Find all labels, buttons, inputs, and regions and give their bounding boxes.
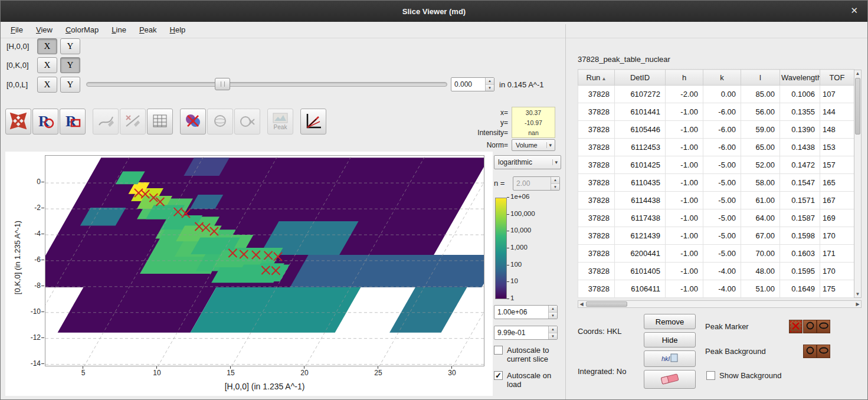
table-cell[interactable]: -1.00	[666, 263, 703, 280]
scroll-up-icon[interactable]: ▲	[854, 70, 861, 77]
table-cell[interactable]: 0.1571	[780, 192, 820, 209]
table-cell[interactable]: 0.1649	[780, 280, 820, 298]
table-cell[interactable]: 6121439	[615, 227, 666, 245]
table-cell[interactable]: 6112453	[615, 139, 666, 156]
show-background-checkbox[interactable]: Show Background	[706, 371, 782, 380]
table-cell[interactable]: 64.00	[741, 209, 780, 227]
table-cell[interactable]: 37828	[578, 209, 615, 227]
menu-file[interactable]: File	[5, 22, 31, 37]
slice-slider-handle[interactable]	[215, 78, 230, 90]
table-cell[interactable]: -1.00	[666, 209, 703, 227]
table-cell[interactable]: -1.00	[666, 103, 703, 121]
slice-value[interactable]: 0.000	[451, 78, 485, 91]
table-cell[interactable]: 6105446	[615, 121, 666, 139]
table-cell[interactable]: 153	[820, 139, 854, 156]
table-row[interactable]: 378286101441-1.00-6.0056.000.1355144	[578, 103, 854, 121]
table-cell[interactable]: -6.00	[703, 121, 741, 139]
slice-value-spinbox[interactable]: 0.000 ▲▼	[451, 77, 494, 91]
slice-spin-arrows[interactable]: ▲▼	[485, 78, 494, 91]
table-cell[interactable]: 0.1390	[780, 121, 820, 139]
spin-down-icon[interactable]: ▼	[486, 85, 494, 91]
column-header-tof[interactable]: TOF	[820, 70, 854, 86]
scroll-left-icon[interactable]: ◀	[578, 301, 585, 307]
menu-line[interactable]: Line	[106, 22, 134, 37]
table-vertical-scrollbar[interactable]: ▲ ▼	[854, 70, 862, 298]
clear-peaks-button[interactable]	[644, 370, 696, 389]
table-cell[interactable]: 144	[820, 103, 854, 121]
table-cell[interactable]: 37828	[578, 139, 615, 156]
colorbar-gradient[interactable]	[495, 198, 507, 299]
table-cell[interactable]: 6107272	[615, 86, 666, 103]
table-cell[interactable]: 107	[820, 86, 854, 103]
table-cell[interactable]: 59.00	[741, 121, 780, 139]
table-cell[interactable]: 0.1598	[780, 227, 820, 245]
colorbar-max-value[interactable]: 1.00e+06	[494, 306, 548, 319]
slice-slider-groove[interactable]	[86, 82, 447, 87]
table-cell[interactable]: 0.1595	[780, 263, 820, 280]
table-row[interactable]: 378286121439-1.00-5.0067.000.1598170	[578, 227, 854, 245]
table-cell[interactable]: -1.00	[666, 227, 703, 245]
max-spin-arrows[interactable]: ▲▼	[548, 306, 557, 319]
scroll-down-icon[interactable]: ▼	[854, 291, 861, 297]
table-cell[interactable]: 37828	[578, 103, 615, 121]
column-header-h[interactable]: h	[666, 70, 703, 86]
close-icon[interactable]: ✕	[850, 6, 858, 15]
table-cell[interactable]: 0.1355	[780, 103, 820, 121]
table-cell[interactable]: 56.00	[741, 103, 780, 121]
table-cell[interactable]: -1.00	[666, 139, 703, 156]
table-cell[interactable]: 165	[820, 174, 854, 192]
peak-marker-circle-button[interactable]	[803, 320, 817, 333]
table-horizontal-scrollbar[interactable]: ◀ ▶	[578, 300, 862, 308]
table-cell[interactable]: 6114438	[615, 192, 666, 209]
norm-dropdown[interactable]: Volume ▾	[512, 139, 555, 151]
table-cell[interactable]: 171	[820, 245, 854, 263]
scroll-right-icon[interactable]: ▶	[854, 301, 861, 307]
table-cell[interactable]: -5.00	[703, 156, 741, 174]
spin-up-icon[interactable]: ▲	[486, 78, 494, 85]
table-cell[interactable]: 6117438	[615, 209, 666, 227]
peak-marker-cross-button[interactable]	[789, 320, 803, 333]
autoscale-load-checkbox[interactable]: ✓ Autoscale on load	[494, 371, 553, 389]
spin-up-icon[interactable]: ▲	[549, 306, 557, 313]
zoom-to-hkl-button[interactable]: hkl	[644, 350, 696, 367]
table-cell[interactable]: -1.00	[666, 156, 703, 174]
table-row[interactable]: 378286114438-1.00-5.0061.000.1571167	[578, 192, 854, 209]
table-cell[interactable]: 170	[820, 227, 854, 245]
titlebar[interactable]: Slice Viewer (md) ✕	[1, 1, 867, 22]
column-header-detid[interactable]: DetID	[615, 70, 666, 86]
table-cell[interactable]: 175	[820, 280, 854, 298]
table-cell[interactable]: 0.1587	[780, 209, 820, 227]
min-spin-arrows[interactable]: ▲▼	[548, 326, 557, 339]
table-cell[interactable]: 37828	[578, 263, 615, 280]
table-cell[interactable]: 58.00	[741, 174, 780, 192]
spin-down-icon[interactable]: ▼	[549, 333, 557, 340]
dim-l-y-button[interactable]: Y	[60, 77, 80, 93]
table-cell[interactable]: 148	[820, 121, 854, 139]
table-cell[interactable]: 37828	[578, 121, 615, 139]
menu-help[interactable]: Help	[165, 22, 194, 37]
vertical-scroll-thumb[interactable]	[855, 78, 860, 135]
colorbar-min-value[interactable]: 9.99e-01	[494, 326, 548, 339]
dim-k-x-button[interactable]: X	[37, 57, 57, 73]
table-row[interactable]: 378286106411-1.00-4.0051.000.1649175	[578, 280, 854, 298]
table-cell[interactable]: 67.00	[741, 227, 780, 245]
table-cell[interactable]: -2.00	[666, 86, 703, 103]
menu-colormap[interactable]: ColorMap	[60, 22, 106, 37]
dim-h-x-button[interactable]: X	[37, 38, 57, 54]
table-cell[interactable]: 6101405	[615, 263, 666, 280]
zoom-out-button[interactable]	[5, 109, 31, 135]
table-cell[interactable]: 157	[820, 156, 854, 174]
table-cell[interactable]: 0.00	[703, 86, 741, 103]
table-cell[interactable]: 0.1603	[780, 245, 820, 263]
table-cell[interactable]: -1.00	[666, 174, 703, 192]
table-cell[interactable]: 6101425	[615, 156, 666, 174]
remove-button[interactable]: Remove	[644, 314, 696, 329]
table-cell[interactable]: 85.00	[741, 86, 780, 103]
overlay-peaks-button[interactable]	[180, 109, 206, 135]
table-row[interactable]: 378286107272-2.000.0085.000.1006107	[578, 86, 854, 103]
table-cell[interactable]: 52.00	[741, 156, 780, 174]
table-cell[interactable]: 37828	[578, 174, 615, 192]
spin-down-icon[interactable]: ▼	[549, 313, 557, 319]
table-cell[interactable]: 6110435	[615, 174, 666, 192]
table-cell[interactable]: 6101441	[615, 103, 666, 121]
